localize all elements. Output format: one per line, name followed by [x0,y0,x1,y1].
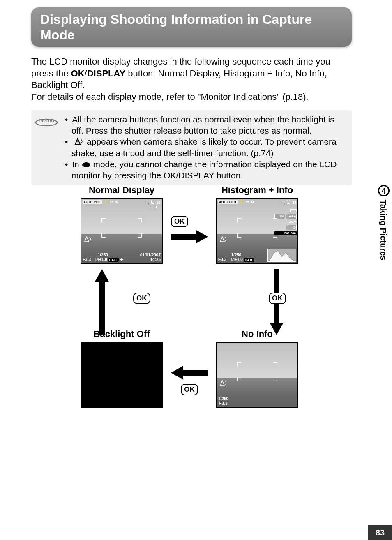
flash-icon [104,200,108,204]
sd-card-icon [151,200,154,204]
backlight-off-screen [81,342,163,408]
metering-icon: ◎ [286,225,297,230]
shutter-speed: 1/250 [218,253,254,257]
macro-icon [115,200,119,204]
shutter-speed: 1/250 [83,253,123,257]
aperture: F3.3 [83,257,91,262]
side-tab: 4 Taking Pictures [372,0,392,540]
focus-brackets [101,218,142,238]
chapter-label: Taking Pictures [378,200,388,260]
white-balance: AWB [274,220,297,224]
battery-icon [290,209,297,212]
iso-value: ISO 200 [274,231,297,235]
intro-line2: For details of each display mode, refer … [31,91,348,103]
memo-item-2: ! appears when camera shake is likely to… [65,136,346,159]
flash-icon [239,200,244,204]
side-info-panel: 8M AWB ◎ ISO 200 [274,209,297,235]
memo-icon: memo [34,114,59,127]
sd-card-icon [287,200,290,204]
ok-button-icon: OK [133,293,150,304]
quality-stars-icon [286,214,297,219]
shake-indicator-icon [218,236,228,244]
svg-point-2 [82,162,90,167]
magnify-icon [145,201,150,205]
date-badge: DATE [108,258,119,262]
magnify-icon [281,201,285,205]
ev-comp: +1.0 [235,257,243,262]
backlight-caption: Backlight Off [81,329,163,339]
focus-brackets [237,218,277,238]
aperture: F3.3 [218,257,226,262]
intro-paragraph: The LCD monitor display changes in the f… [31,56,348,103]
page-number: 83 [368,525,392,540]
shake-indicator-icon [218,380,228,388]
focus-brackets [237,362,277,381]
shutter-speed: 1/250 [218,397,228,401]
arrow-right-top: OK [171,216,208,245]
section-title: Displaying Shooting Information in Captu… [40,12,343,43]
arrow-up-left [95,269,109,337]
page: Displaying Shooting Information in Captu… [0,0,392,540]
shots-remaining: 38 [157,201,161,205]
histogram-display-group: Histogram + Info AUTO PICT 38 [216,185,298,264]
shake-indicator-icon [83,236,92,244]
normal-display-screen: AUTO PICT 38 [81,198,163,264]
display-label: DISPLAY [87,68,125,78]
memo-box: memo All the camera buttons function as … [31,110,352,185]
auto-pict-icon: AUTO PICT [83,200,102,204]
arrow-left-bottom: OK [171,366,208,395]
normal-caption: Normal Display [81,185,163,196]
aperture: F3.3 [218,401,228,406]
svg-rect-5 [183,370,208,376]
auto-pict-icon: AUTO PICT [218,200,238,204]
time: 14:25 [140,257,161,262]
date-badge: DATE [244,258,254,262]
histogram-display-screen: AUTO PICT 38 8M AWB [216,198,298,264]
histogram-caption: Histogram + Info [216,185,298,196]
ok-button-icon: OK [181,384,198,395]
shake-warning-icon: ! [72,137,84,148]
memo-item-1: All the camera buttons function as norma… [65,114,346,136]
timer-icon [246,200,249,204]
chapter-number-badge: 4 [378,185,390,196]
ev-comp: +1.0 [99,257,107,262]
shots-remaining: 38 [292,201,296,205]
display-cycle-diagram: Normal Display AUTO PICT 38 [31,185,352,419]
svg-rect-3 [171,234,196,240]
noinfo-caption: No Info [216,329,298,339]
ok-button-icon: OK [171,216,188,227]
section-title-banner: Displaying Shooting Information in Captu… [31,7,352,47]
svg-rect-6 [99,282,105,335]
histogram-graph [267,249,296,262]
record-mode-icon [82,159,91,171]
date: 01/01/2007 [140,253,161,257]
ok-label: OK [71,68,85,78]
timer-icon [110,200,113,204]
ok-button-icon: OK [269,293,286,304]
macro-icon [251,200,254,204]
ok-button-left: OK [133,293,150,304]
no-info-screen: 1/250 F3.3 [216,342,298,408]
normal-display-group: Normal Display AUTO PICT 38 [81,185,163,264]
svg-text:!: ! [77,140,78,144]
ok-button-right: OK [269,293,286,304]
backlight-off-group: Backlight Off [81,329,163,408]
memo-item-3: In mode, you cannot change the informati… [65,159,346,182]
no-info-group: No Info 1/250 F3.3 [216,329,298,408]
battery-icon [150,205,156,208]
